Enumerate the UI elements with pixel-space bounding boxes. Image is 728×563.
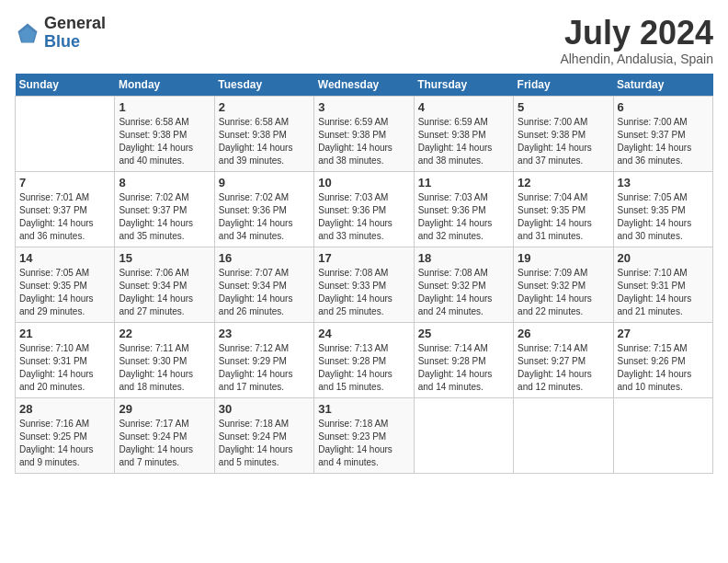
day-number: 9 <box>219 176 310 190</box>
day-info: Sunrise: 7:18 AMSunset: 9:23 PMDaylight:… <box>318 418 409 469</box>
calendar-cell: 9Sunrise: 7:02 AMSunset: 9:36 PMDaylight… <box>214 171 313 247</box>
day-of-week-header: Monday <box>115 74 214 97</box>
daylight-text: Daylight: 14 hours <box>618 293 692 304</box>
sunset-text: Sunset: 9:24 PM <box>219 431 287 442</box>
logo-blue: Blue <box>44 32 80 51</box>
sunrise-text: Sunrise: 7:18 AM <box>219 419 289 429</box>
logo-general: General <box>44 14 106 32</box>
sunset-text: Sunset: 9:36 PM <box>418 205 486 215</box>
day-info: Sunrise: 7:13 AMSunset: 9:28 PMDaylight:… <box>318 342 409 394</box>
daylight-text: and 4 minutes. <box>318 457 379 467</box>
sunset-text: Sunset: 9:34 PM <box>219 281 287 291</box>
calendar-cell: 28Sunrise: 7:16 AMSunset: 9:25 PMDayligh… <box>16 397 115 473</box>
day-number: 11 <box>418 176 509 190</box>
calendar-cell <box>514 397 613 473</box>
day-info: Sunrise: 7:02 AMSunset: 9:37 PMDaylight:… <box>119 191 210 243</box>
day-number: 7 <box>19 176 110 190</box>
day-number: 28 <box>19 402 110 416</box>
daylight-text: Daylight: 14 hours <box>219 293 293 304</box>
calendar-cell: 1Sunrise: 6:58 AMSunset: 9:38 PMDaylight… <box>115 96 214 171</box>
sunset-text: Sunset: 9:37 PM <box>119 205 187 215</box>
calendar-cell: 31Sunrise: 7:18 AMSunset: 9:23 PMDayligh… <box>314 397 414 473</box>
sunrise-text: Sunrise: 7:16 AM <box>19 419 89 429</box>
day-info: Sunrise: 7:14 AMSunset: 9:27 PMDaylight:… <box>518 342 609 394</box>
day-number: 25 <box>418 327 509 340</box>
sunrise-text: Sunrise: 6:58 AM <box>219 117 289 127</box>
day-number: 16 <box>219 251 310 265</box>
day-info: Sunrise: 7:17 AMSunset: 9:24 PMDaylight:… <box>119 418 210 469</box>
daylight-text: Daylight: 14 hours <box>318 444 392 454</box>
daylight-text: and 18 minutes. <box>119 382 184 392</box>
day-info: Sunrise: 7:16 AMSunset: 9:25 PMDaylight:… <box>19 418 110 469</box>
day-info: Sunrise: 7:00 AMSunset: 9:38 PMDaylight:… <box>518 116 609 167</box>
sunrise-text: Sunrise: 7:03 AM <box>418 192 488 202</box>
daylight-text: and 31 minutes. <box>518 231 583 241</box>
day-info: Sunrise: 7:10 AMSunset: 9:31 PMDaylight:… <box>618 267 709 318</box>
calendar-body: 1Sunrise: 6:58 AMSunset: 9:38 PMDaylight… <box>16 96 713 473</box>
sunrise-text: Sunrise: 7:06 AM <box>119 268 188 278</box>
daylight-text: Daylight: 14 hours <box>119 369 193 379</box>
sunset-text: Sunset: 9:38 PM <box>219 130 287 140</box>
day-info: Sunrise: 6:58 AMSunset: 9:38 PMDaylight:… <box>219 116 310 167</box>
logo-text: General Blue <box>44 15 106 52</box>
calendar-cell: 4Sunrise: 6:59 AMSunset: 9:38 PMDaylight… <box>414 96 513 171</box>
day-of-week-header: Saturday <box>613 74 712 97</box>
day-info: Sunrise: 6:59 AMSunset: 9:38 PMDaylight:… <box>418 116 509 167</box>
sunrise-text: Sunrise: 7:14 AM <box>518 343 587 353</box>
daylight-text: Daylight: 14 hours <box>418 369 493 379</box>
daylight-text: Daylight: 14 hours <box>219 143 293 153</box>
day-info: Sunrise: 7:15 AMSunset: 9:26 PMDaylight:… <box>618 342 709 394</box>
sunset-text: Sunset: 9:31 PM <box>618 281 686 291</box>
day-of-week-header: Thursday <box>414 74 513 97</box>
daylight-text: Daylight: 14 hours <box>119 444 193 454</box>
calendar-cell: 17Sunrise: 7:08 AMSunset: 9:33 PMDayligh… <box>314 247 414 322</box>
day-info: Sunrise: 7:08 AMSunset: 9:33 PMDaylight:… <box>318 267 409 318</box>
daylight-text: and 40 minutes. <box>119 155 184 166</box>
calendar-cell: 13Sunrise: 7:05 AMSunset: 9:35 PMDayligh… <box>613 171 712 247</box>
day-number: 3 <box>318 100 409 114</box>
sunrise-text: Sunrise: 7:02 AM <box>119 192 188 202</box>
day-number: 29 <box>119 402 210 416</box>
sunset-text: Sunset: 9:26 PM <box>618 356 686 366</box>
day-of-week-header: Wednesday <box>314 74 414 97</box>
day-info: Sunrise: 6:59 AMSunset: 9:38 PMDaylight:… <box>318 116 409 167</box>
calendar-cell: 18Sunrise: 7:08 AMSunset: 9:32 PMDayligh… <box>414 247 513 322</box>
sunset-text: Sunset: 9:35 PM <box>518 205 586 215</box>
calendar-week-row: 1Sunrise: 6:58 AMSunset: 9:38 PMDaylight… <box>16 96 713 171</box>
day-info: Sunrise: 7:03 AMSunset: 9:36 PMDaylight:… <box>418 191 509 243</box>
calendar-cell: 2Sunrise: 6:58 AMSunset: 9:38 PMDaylight… <box>214 96 313 171</box>
sunrise-text: Sunrise: 7:13 AM <box>318 343 388 353</box>
day-number: 30 <box>219 402 310 416</box>
daylight-text: and 7 minutes. <box>119 457 179 467</box>
sunset-text: Sunset: 9:30 PM <box>119 356 187 366</box>
daylight-text: Daylight: 14 hours <box>518 218 592 228</box>
day-number: 4 <box>418 100 509 114</box>
calendar-cell: 8Sunrise: 7:02 AMSunset: 9:37 PMDaylight… <box>115 171 214 247</box>
day-number: 21 <box>19 327 110 340</box>
day-number: 15 <box>119 251 210 265</box>
calendar-cell: 5Sunrise: 7:00 AMSunset: 9:38 PMDaylight… <box>514 96 613 171</box>
sunrise-text: Sunrise: 6:58 AM <box>119 117 188 127</box>
logo-icon <box>15 20 40 46</box>
sunset-text: Sunset: 9:36 PM <box>318 205 386 215</box>
sunset-text: Sunset: 9:28 PM <box>418 356 486 366</box>
sunrise-text: Sunrise: 6:59 AM <box>318 117 388 127</box>
day-info: Sunrise: 7:01 AMSunset: 9:37 PMDaylight:… <box>19 191 110 243</box>
sunset-text: Sunset: 9:27 PM <box>518 356 586 366</box>
calendar-cell: 11Sunrise: 7:03 AMSunset: 9:36 PMDayligh… <box>414 171 513 247</box>
page-header: General Blue July 2024 Alhendin, Andalus… <box>15 15 713 66</box>
calendar-header: SundayMondayTuesdayWednesdayThursdayFrid… <box>16 74 713 97</box>
daylight-text: and 21 minutes. <box>618 306 683 316</box>
daylight-text: and 36 minutes. <box>618 155 683 166</box>
daylight-text: Daylight: 14 hours <box>19 218 94 228</box>
sunrise-text: Sunrise: 7:03 AM <box>318 192 388 202</box>
sunrise-text: Sunrise: 7:08 AM <box>418 268 488 278</box>
day-number: 2 <box>219 100 310 114</box>
day-number: 22 <box>119 327 210 340</box>
day-number: 1 <box>119 100 210 114</box>
sunrise-text: Sunrise: 7:02 AM <box>219 192 289 202</box>
daylight-text: and 35 minutes. <box>119 231 184 241</box>
sunset-text: Sunset: 9:35 PM <box>19 281 87 291</box>
daylight-text: Daylight: 14 hours <box>618 143 692 153</box>
sunset-text: Sunset: 9:31 PM <box>19 356 87 366</box>
